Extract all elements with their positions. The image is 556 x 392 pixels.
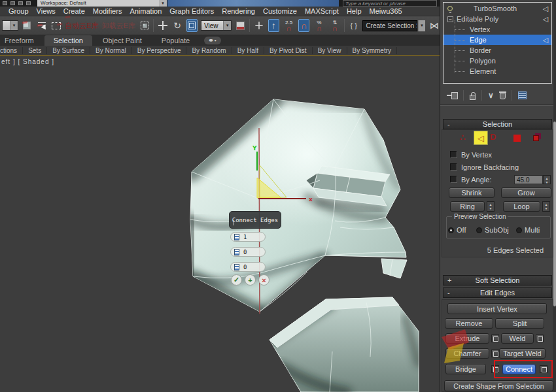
undo-icon[interactable] [10, 1, 15, 5]
configure-modifier-sets-icon[interactable] [518, 91, 527, 99]
bridge-button[interactable]: Bridge [445, 364, 486, 374]
element-subobject-icon[interactable] [533, 133, 542, 142]
rollout-edit-edges-header[interactable]: - Edit Edges [443, 287, 552, 298]
by-angle-spinner[interactable]: ▲▼ [543, 175, 551, 184]
grow-button[interactable]: Grow [501, 188, 551, 198]
ribbon-tool-ctions[interactable]: ctions [0, 47, 23, 54]
connect-button[interactable]: Connect [502, 364, 536, 374]
tab-freeform[interactable]: Freeform [0, 35, 43, 46]
select-and-move-icon[interactable] [157, 19, 168, 32]
shrink-button[interactable]: Shrink [449, 188, 495, 198]
ribbon-tool-by-random[interactable]: By Random [186, 47, 232, 54]
remove-button[interactable]: Remove [445, 318, 493, 329]
preview-multi-radio[interactable] [516, 227, 522, 233]
by-vertex-checkbox[interactable] [450, 151, 457, 158]
modifier-enabled-bulb-icon[interactable] [447, 6, 453, 11]
by-angle-input[interactable] [514, 175, 543, 184]
bridge-settings-button[interactable] [491, 365, 499, 373]
menu-group[interactable]: Group [9, 7, 29, 15]
named-selection-set-combo[interactable]: Create Selection Se [362, 20, 417, 31]
workspace-dropdown[interactable]: Workspace: Default [37, 0, 159, 7]
selection-set-dropdown-arrow-icon[interactable]: ▼ [418, 20, 425, 31]
by-angle-checkbox[interactable] [450, 176, 457, 183]
help-search-input[interactable] [343, 0, 437, 7]
menu-customize[interactable]: Customize [263, 7, 297, 15]
weld-settings-button[interactable] [536, 335, 544, 342]
loop-spinner[interactable]: ▲▼ [542, 201, 550, 212]
unload-cloud-library-button[interactable]: 卸载云E库 [102, 21, 135, 31]
stack-subobject-element[interactable]: Element [443, 66, 551, 76]
chamfer-settings-button[interactable] [491, 350, 499, 357]
rollout-soft-selection-header[interactable]: + Soft Selection [443, 275, 552, 286]
menu-animation[interactable]: Animation [130, 7, 162, 15]
menu-rendering[interactable]: Rendering [222, 7, 255, 15]
select-by-name-icon[interactable] [36, 19, 47, 32]
caddy-segments-field[interactable]: 1 [230, 232, 266, 242]
caddy-slide-field[interactable]: 0 [230, 262, 266, 272]
show-in-viewport-icon[interactable]: ◁ [543, 15, 548, 24]
split-button[interactable]: Split [495, 318, 544, 329]
menu-meiwu365[interactable]: Meiwu365 [370, 7, 402, 15]
undo-history-dropdown[interactable]: ▼ [2, 20, 18, 31]
caddy-apply-button[interactable]: + [245, 274, 256, 286]
named-selection-sets-icon[interactable]: { } [348, 19, 359, 32]
ribbon-tool-sets[interactable]: Sets [23, 47, 47, 54]
ring-spinner[interactable]: ▲▼ [487, 201, 495, 212]
caddy-title[interactable]: Connect Edges [229, 211, 281, 229]
redo-icon[interactable] [18, 1, 23, 5]
menu-create[interactable]: Create [63, 7, 85, 15]
extrude-settings-button[interactable] [491, 335, 499, 342]
angle-snap-toggle-icon[interactable]: ∩ [298, 19, 309, 32]
tab-object-paint[interactable]: Object Paint [94, 35, 151, 46]
border-subobject-icon[interactable]: D [490, 132, 496, 142]
ribbon-tool-by-perspective[interactable]: By Perspective [132, 47, 187, 54]
rollout-selection-header[interactable]: - Selection [443, 119, 552, 129]
chamfer-button[interactable]: Chamfer [445, 348, 489, 359]
workspace-dropdown-arrow-icon[interactable]: ▼ [159, 0, 167, 7]
menu-graph-editors[interactable]: Graph Editors [169, 7, 214, 15]
viewport-label[interactable]: eft ] [ Shaded ] [1, 58, 54, 65]
menu-modifiers[interactable]: Modifiers [93, 7, 122, 15]
keyboard-shortcut-override-icon[interactable]: ↑ [268, 19, 279, 32]
caddy-pinch-field[interactable]: 0 [230, 247, 266, 257]
show-in-viewport-icon[interactable]: ◁ [543, 5, 548, 13]
ignore-backfacing-checkbox[interactable] [450, 163, 457, 171]
ribbon-minimize-dropdown-icon[interactable]: ⬬ ▾ [204, 37, 221, 44]
vertex-subobject-icon[interactable]: ∴ [460, 133, 465, 142]
edge-subobject-icon[interactable]: ◁ [474, 131, 488, 145]
caddy-cancel-button[interactable]: × [258, 274, 269, 286]
viewport-left-shaded[interactable]: eft ] [ Shaded ] [0, 56, 440, 392]
ribbon-tool-by-view[interactable]: By View [313, 47, 347, 54]
ribbon-tool-by-symmetry[interactable]: By Symmetry [347, 47, 397, 54]
loop-button[interactable]: Loop [503, 201, 540, 212]
menu-help[interactable]: Help [347, 7, 362, 15]
connect-settings-button[interactable] [540, 365, 547, 373]
collapse-tree-icon[interactable]: − [447, 16, 453, 22]
ribbon-tool-by-surface[interactable]: By Surface [47, 47, 90, 54]
stack-item-turbosmooth[interactable]: TurboSmooth ◁ [443, 3, 551, 14]
create-shape-button[interactable]: Create Shape From Selection [444, 380, 553, 391]
preview-subobj-radio[interactable] [476, 227, 482, 233]
target-weld-button[interactable]: Target Weld [499, 348, 546, 359]
ribbon-tool-by-half[interactable]: By Half [232, 47, 264, 54]
tab-selection[interactable]: Selection [44, 35, 92, 46]
snaps-toggle-icon[interactable]: 2.5∩ [283, 20, 295, 31]
remove-modifier-icon[interactable] [500, 93, 506, 99]
stack-subobject-polygon[interactable]: Polygon [443, 56, 551, 66]
ribbon-tool-by-normal[interactable]: By Normal [90, 47, 132, 54]
panel-scrollbar-thumb[interactable] [553, 122, 556, 306]
polygon-subobject-icon[interactable] [513, 135, 521, 142]
auto-cloud-library-button[interactable]: 自动云E库 [65, 21, 98, 31]
stack-subobject-vertex[interactable]: Vertex [443, 24, 551, 35]
ring-button[interactable]: Ring [450, 201, 485, 212]
insert-vertex-button[interactable]: Insert Vertex [447, 303, 547, 314]
quick-access-icon[interactable] [3, 1, 7, 5]
reference-coordinate-dropdown[interactable]: View▼ [201, 20, 232, 31]
select-and-scale-icon[interactable] [186, 19, 198, 32]
mirror-icon[interactable]: ⋈ [428, 19, 440, 32]
show-end-result-icon[interactable]: ∨ [488, 91, 494, 100]
select-and-rotate-icon[interactable]: ↻ [171, 19, 182, 32]
percent-snap-toggle-icon[interactable]: %∩ [313, 20, 325, 31]
stack-subobject-edge[interactable]: Edge ◁ [443, 35, 551, 45]
caddy-ok-button[interactable]: ✓ [231, 274, 242, 286]
